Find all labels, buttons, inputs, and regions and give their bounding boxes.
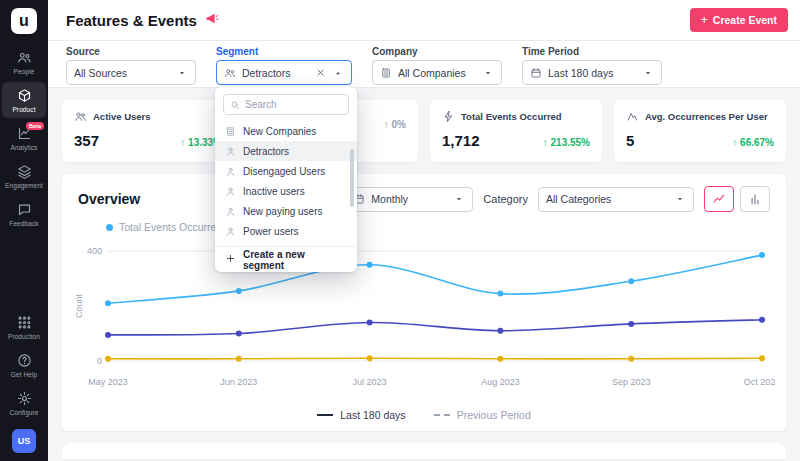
- overview-controls: Monthly Category All Categories: [345, 186, 770, 212]
- app-logo[interactable]: u: [11, 8, 37, 34]
- layers-icon: [17, 164, 32, 179]
- sidebar-item-label: Analytics: [11, 144, 38, 151]
- sidebar-item-configure[interactable]: Configure: [2, 385, 46, 421]
- caret-down-icon: [642, 67, 654, 79]
- user-icon: [225, 186, 236, 197]
- segment-option-detractors[interactable]: Detractors: [215, 141, 357, 161]
- overview-title: Overview: [78, 191, 140, 207]
- arrow-up-icon: ↑: [543, 137, 548, 148]
- segment-option-power-users[interactable]: Power users: [215, 221, 357, 241]
- caret-down-icon: [482, 67, 494, 79]
- overview-header: Overview Monthly Category All Categories: [62, 174, 786, 216]
- stat-card-top: Avg. Occurrences Per User: [626, 110, 774, 123]
- filter-label: Time Period: [522, 46, 662, 57]
- sidebar: u PeopleProductBetaAnalyticsEngagementFe…: [0, 0, 48, 461]
- svg-text:Jun 2023: Jun 2023: [220, 377, 257, 387]
- svg-text:May 2023: May 2023: [88, 377, 128, 387]
- select-value: Last 180 days: [548, 67, 636, 79]
- filter-company: CompanyAll Companies: [372, 46, 502, 87]
- top-bar: Features & Events + Create Event: [48, 0, 800, 41]
- arrow-up-icon: ↑: [384, 119, 389, 130]
- caret-down-icon: [176, 67, 188, 79]
- stat-value: 1,712: [442, 132, 480, 149]
- bar-chart-toggle[interactable]: [740, 186, 770, 212]
- company-select[interactable]: All Companies: [372, 60, 502, 85]
- option-label: Power users: [243, 226, 299, 237]
- sidebar-item-product[interactable]: Product: [2, 82, 46, 118]
- segment-option-new-paying-users[interactable]: New paying users: [215, 201, 357, 221]
- segment-search-input[interactable]: [245, 99, 342, 110]
- sidebar-item-feedback[interactable]: Feedback: [2, 196, 46, 232]
- create-event-label: Create Event: [713, 14, 777, 26]
- period-label: Previous Period: [457, 409, 531, 421]
- filter-label: Company: [372, 46, 502, 57]
- dropdown-scrollbar[interactable]: [350, 149, 354, 207]
- pulse-icon: [626, 110, 639, 123]
- content: Active Users357↑ 13.33%↑ 0%Total Events …: [48, 88, 800, 461]
- option-label: Detractors: [243, 146, 289, 157]
- sidebar-item-engagement[interactable]: Engagement: [2, 158, 46, 194]
- stat-label: Total Events Occurred: [461, 111, 562, 122]
- svg-text:Sep 2023: Sep 2023: [612, 377, 651, 387]
- grid-icon: [17, 315, 32, 330]
- user-avatar[interactable]: US: [12, 429, 36, 453]
- svg-text:Aug 2023: Aug 2023: [481, 377, 520, 387]
- category-label: Category: [483, 193, 528, 205]
- create-segment-option[interactable]: Create a new segment: [215, 246, 357, 272]
- beta-badge: Beta: [26, 122, 44, 130]
- page-title: Features & Events: [66, 12, 197, 29]
- interval-select[interactable]: Monthly: [345, 187, 473, 212]
- stat-card-top: Active Users: [74, 110, 222, 123]
- chart-legend: Total Events OccurredUnique Users: [62, 216, 786, 233]
- line-sample: [434, 414, 450, 416]
- sidebar-item-analytics[interactable]: BetaAnalytics: [2, 120, 46, 156]
- announcement-icon-wrap: [197, 11, 219, 30]
- people-icon: [224, 67, 236, 79]
- period-label: Last 180 days: [340, 409, 405, 421]
- sidebar-item-label: Configure: [9, 409, 38, 416]
- time-period-select[interactable]: Last 180 days: [522, 60, 662, 85]
- user-icon: [225, 206, 236, 217]
- bolt-icon: [442, 110, 455, 123]
- sidebar-item-people[interactable]: People: [2, 44, 46, 80]
- bar-chart-icon: [748, 192, 762, 206]
- segment-option-disengaged-users[interactable]: Disengaged Users: [215, 161, 357, 181]
- option-label: New Companies: [243, 126, 316, 137]
- overview-chart: 0400CountMay 2023Jun 2023Jul 2023Aug 202…: [72, 235, 776, 403]
- source-select[interactable]: All Sources: [66, 60, 196, 85]
- filter-label: Source: [66, 46, 196, 57]
- sidebar-bottom-nav: ProductionGet HelpConfigure: [0, 309, 48, 421]
- chart-type-toggles: [704, 186, 770, 212]
- megaphone-icon: [204, 11, 219, 26]
- stat-card-bottom: 357↑ 13.33%: [74, 132, 222, 149]
- caret-up-icon: [332, 67, 344, 79]
- line-chart-icon: [712, 192, 726, 206]
- sidebar-item-label: Product: [12, 106, 35, 113]
- legend-item-total-events-occurred[interactable]: Total Events Occurred: [106, 221, 222, 233]
- segment-option-new-companies[interactable]: New Companies: [215, 121, 357, 141]
- box-icon: [17, 88, 32, 103]
- sidebar-item-label: People: [14, 68, 35, 75]
- building-icon: [225, 126, 236, 137]
- segment-search[interactable]: [223, 94, 349, 115]
- caret-down-icon: [453, 193, 465, 205]
- overview-card: Overview Monthly Category All Categories…: [62, 174, 786, 431]
- stat-card-total-events-occurred: Total Events Occurred1,712↑ 213.55%: [430, 100, 602, 162]
- create-event-button[interactable]: + Create Event: [690, 8, 788, 32]
- segment-select[interactable]: Detractors: [216, 60, 352, 85]
- period-legend-dashed: Previous Period: [434, 409, 531, 421]
- filter-label: Segment: [216, 46, 352, 57]
- user-icon: [225, 166, 236, 177]
- category-select[interactable]: All Categories: [538, 187, 694, 212]
- stat-label: Active Users: [93, 111, 151, 122]
- option-label: Disengaged Users: [243, 166, 325, 177]
- svg-text:400: 400: [87, 246, 102, 256]
- svg-text:0: 0: [97, 356, 102, 366]
- sidebar-item-get-help[interactable]: Get Help: [2, 347, 46, 383]
- segment-option-inactive-users[interactable]: Inactive users: [215, 181, 357, 201]
- line-chart-toggle[interactable]: [704, 186, 734, 212]
- create-segment-label: Create a new segment: [243, 249, 347, 271]
- sidebar-item-production[interactable]: Production: [2, 309, 46, 345]
- stat-change: ↑ 66.67%: [732, 137, 774, 148]
- filter-bar: SourceAll SourcesSegmentDetractorsCompan…: [48, 41, 800, 88]
